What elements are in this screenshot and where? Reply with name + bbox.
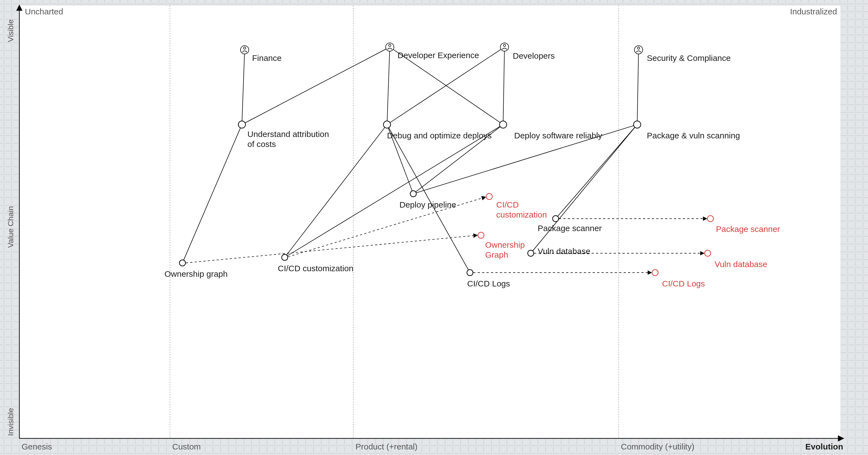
node-cicust[interactable] <box>282 254 288 260</box>
node-owngraph-label: Ownership graph <box>164 269 227 278</box>
node-evolved-cilogs-label: CI/CD Logs <box>662 279 705 288</box>
node-pkgvuln[interactable] <box>633 121 641 128</box>
x-axis-title: Evolution <box>805 442 843 451</box>
corner-uncharted: Uncharted <box>25 7 63 16</box>
anchor-finance[interactable] <box>241 46 249 54</box>
node-deploy-label: Deploy software reliably <box>514 131 602 140</box>
node-evolved-pkgscan-label: Package scanner <box>716 224 780 234</box>
corner-industrialized: Industralized <box>790 7 837 16</box>
node-pkgscan[interactable] <box>553 216 559 222</box>
node-debug[interactable] <box>383 121 391 128</box>
anchor-sec-label: Security & Compliance <box>647 53 731 62</box>
node-owngraph[interactable] <box>179 260 185 266</box>
node-evolved-vulndb[interactable] <box>705 250 711 256</box>
anchor-sec[interactable] <box>634 46 643 54</box>
plot-area <box>19 5 840 438</box>
node-pkgvuln-label: Package & vuln scanning <box>647 131 740 140</box>
anchor-devexp[interactable] <box>385 43 394 51</box>
node-evolved-pkgscan[interactable] <box>707 216 713 222</box>
anchor-finance-label: Finance <box>252 53 282 62</box>
node-cilogs-label: CI/CD Logs <box>467 279 510 288</box>
node-evolved-owngraph[interactable] <box>478 232 484 238</box>
anchor-devexp-label: Developer Experience <box>398 51 479 60</box>
stage-product: Product (+rental) <box>355 442 417 451</box>
node-deploy[interactable] <box>499 121 507 128</box>
y-axis-title: Value Chain <box>6 206 15 248</box>
node-vulndb-label: Vuln database <box>538 247 590 256</box>
node-cicust-label: CI/CD customization <box>278 264 353 273</box>
node-evolved-cicust[interactable] <box>486 194 492 200</box>
stage-genesis: Genesis <box>22 442 52 451</box>
anchor-devs-label: Developers <box>513 51 555 60</box>
node-pipe[interactable] <box>410 191 416 197</box>
node-evolved-cilogs[interactable] <box>652 269 658 276</box>
stage-custom: Custom <box>172 442 201 451</box>
node-cilogs[interactable] <box>467 269 473 276</box>
y-label-visible: Visible <box>6 19 15 42</box>
node-attr[interactable] <box>238 121 245 128</box>
node-pipe-label: Deploy pipeline <box>399 200 456 209</box>
node-pkgscan-label: Package scanner <box>538 224 602 233</box>
node-evolved-vulndb-label: Vuln database <box>715 260 767 269</box>
node-debug-label: Debug and optimize deploys <box>387 131 492 140</box>
anchor-devs[interactable] <box>500 43 509 51</box>
node-vulndb[interactable] <box>528 250 534 256</box>
y-label-invisible: Invisible <box>6 408 15 436</box>
stage-commodity: Commodity (+utility) <box>621 442 694 451</box>
